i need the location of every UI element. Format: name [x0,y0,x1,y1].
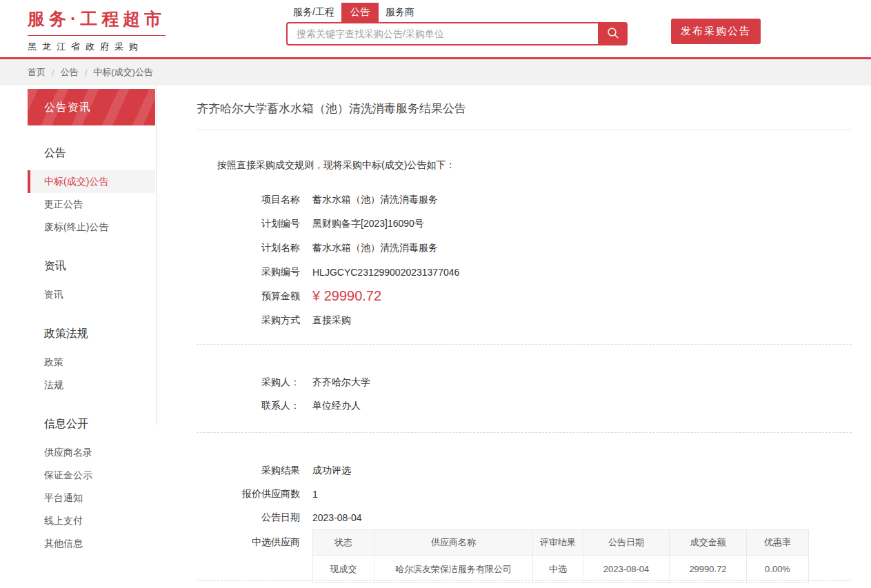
cell-review-result: 中选 [533,556,583,583]
field-row-purchaser: 采购人： 齐齐哈尔大学 [197,371,852,394]
site-header: 服务·工程超市 黑龙江省政府采购 服务/工程 公告 服务商 发布采购公告 [0,0,871,59]
sidebar-item-other-info[interactable]: 其他信息 [28,532,155,555]
field-value: 蓄水水箱（池）清洗消毒服务 [312,242,438,254]
breadcrumb: 首页 / 公告 / 中标(成交)公告 [0,59,871,85]
field-row-plan-name: 计划名称 蓄水水箱（池）清洗消毒服务 [197,236,852,260]
winner-table-row: 现成交 哈尔滨友荣保洁服务有限公司 中选 2023-08-04 29990.72… [313,556,809,583]
result-fields: 采购结果 成功评选 报价供应商数 1 公告日期 2023-08-04 中选供应商 [197,445,852,567]
field-row-announcement-date: 公告日期 2023-08-04 [197,506,852,529]
field-row-quote-supplier-count: 报价供应商数 1 [197,483,852,506]
field-row-budget-amount: 预算金额 ¥ 29990.72 [197,284,852,308]
field-label: 计划名称 [197,242,300,254]
publish-announcement-button[interactable]: 发布采购公告 [671,19,761,44]
tab-service-project[interactable]: 服务/工程 [286,3,341,22]
field-value: 2023-08-04 [312,512,362,523]
field-row-procurement-method: 采购方式 直接采购 [197,308,852,332]
breadcrumb-announcement[interactable]: 公告 [61,66,79,79]
field-row-procurement-result: 采购结果 成功评选 [197,459,852,483]
field-row-contact-person: 联系人： 单位经办人 [197,394,852,418]
site-logo-subtitle: 黑龙江省政府采购 [28,41,166,53]
basic-fields: 项目名称 蓄水水箱（池）清洗消毒服务 计划编号 黑财购备字[2023]16090… [197,187,852,332]
site-logo-title: 服务·工程超市 [28,8,166,36]
field-label: 公告日期 [197,511,300,524]
sidebar-item-policy[interactable]: 政策 [28,351,155,374]
divider-dashed [197,432,852,433]
winner-table-header-row: 状态 供应商名称 评审结果 公告日期 成交金额 优惠率 [313,530,809,556]
cell-supplier-name: 哈尔滨友荣保洁服务有限公司 [374,556,533,583]
sidebar-item-news[interactable]: 资讯 [28,283,155,306]
page-title: 齐齐哈尔大学蓄水水箱（池）清洗消毒服务结果公告 [197,85,852,130]
search-input[interactable] [286,22,598,45]
tab-supplier[interactable]: 服务商 [379,3,421,22]
search-bar [286,22,628,45]
breadcrumb-separator: / [52,68,54,78]
sidebar-group-title: 资讯 [28,255,155,278]
col-review-result: 评审结果 [533,530,583,556]
sidebar-group-info-disclosure: 信息公开 供应商名录 保证金公示 平台通知 线上支付 其他信息 [28,413,155,555]
sidebar-item-deposit-publicity[interactable]: 保证金公示 [28,464,155,487]
main-area: 公告资讯 公告 中标(成交)公告 更正公告 废标(终止)公告 资讯 资讯 政策法… [0,85,871,588]
sidebar-item-regulation[interactable]: 法规 [28,374,155,396]
col-deal-amount: 成交金额 [670,530,747,556]
cell-status: 现成交 [313,556,374,583]
field-label: 计划编号 [197,218,300,230]
cell-deal-amount: 29990.72 [670,556,747,583]
field-label: 采购方式 [197,314,300,327]
breadcrumb-current: 中标(成交)公告 [93,66,153,79]
field-value: 成功评选 [312,465,351,477]
col-discount-rate: 优惠率 [747,530,809,556]
cell-announcement-date: 2023-08-04 [583,556,670,583]
winner-supplier-row: 中选供应商 状态 供应商名称 评审结果 公告日期 成交金额 优惠率 [197,529,852,553]
field-row-plan-number: 计划编号 黑财购备字[2023]16090号 [197,212,852,236]
article-content: 齐齐哈尔大学蓄水水箱（池）清洗消毒服务结果公告 按照直接采购成交规则，现将采购中… [197,85,852,588]
col-supplier-name: 供应商名称 [374,530,533,556]
sidebar-group-news: 资讯 资讯 [28,255,155,306]
field-value: 黑财购备字[2023]16090号 [312,218,424,230]
field-value: HLJGCYC2312990020231377046 [312,267,459,278]
field-value: 蓄水水箱（池）清洗消毒服务 [312,194,438,206]
sidebar-item-online-payment[interactable]: 线上支付 [28,509,155,532]
field-label: 中选供应商 [197,529,300,549]
article-intro: 按照直接采购成交规则，现将采购中标(成交)公告如下： [217,159,852,172]
field-label: 采购人： [197,376,300,389]
tab-announcement[interactable]: 公告 [341,3,379,22]
breadcrumb-home[interactable]: 首页 [28,66,46,79]
sidebar-group-policy: 政策法规 政策 法规 [28,323,155,396]
field-label: 报价供应商数 [197,488,300,500]
sidebar: 公告资讯 公告 中标(成交)公告 更正公告 废标(终止)公告 资讯 资讯 政策法… [28,85,155,588]
field-value: 齐齐哈尔大学 [312,376,370,389]
contact-fields: 采购人： 齐齐哈尔大学 联系人： 单位经办人 [197,356,852,432]
sidebar-item-cancel-announcement[interactable]: 废标(终止)公告 [28,216,155,239]
cell-discount-rate: 0.00% [747,556,809,583]
sidebar-item-platform-notice[interactable]: 平台通知 [28,487,155,509]
sidebar-header: 公告资讯 [28,89,155,125]
sidebar-item-award-announcement[interactable]: 中标(成交)公告 [28,170,155,193]
field-label: 项目名称 [197,194,300,206]
sidebar-group-title: 政策法规 [28,323,155,345]
search-area: 服务/工程 公告 服务商 [286,3,628,45]
sidebar-group-title: 信息公开 [28,413,155,436]
sidebar-item-supplier-directory[interactable]: 供应商名录 [28,441,155,464]
winner-table: 状态 供应商名称 评审结果 公告日期 成交金额 优惠率 现成交 哈尔滨友荣保洁服… [312,529,809,583]
field-value: 直接采购 [312,314,351,327]
field-label: 采购结果 [197,465,300,477]
breadcrumb-separator: / [85,68,88,78]
divider-dashed [197,344,852,345]
magnifier-icon [606,26,620,42]
sidebar-group-title: 公告 [28,142,155,165]
col-announcement-date: 公告日期 [583,530,670,556]
sidebar-item-correction-announcement[interactable]: 更正公告 [28,193,155,216]
field-label: 联系人： [197,400,300,412]
field-label: 采购编号 [197,266,300,278]
field-label: 预算金额 [197,290,300,303]
field-row-project-name: 项目名称 蓄水水箱（池）清洗消毒服务 [197,187,852,212]
site-logo: 服务·工程超市 黑龙江省政府采购 [28,8,166,53]
col-status: 状态 [313,530,374,556]
search-button[interactable] [598,22,628,45]
budget-amount-value: ¥ 29990.72 [312,288,381,304]
field-value: 单位经办人 [312,400,361,412]
search-tabs: 服务/工程 公告 服务商 [286,3,628,22]
field-value: 1 [312,489,318,500]
field-row-procurement-number: 采购编号 HLJGCYC2312990020231377046 [197,260,852,284]
sidebar-group-announcement: 公告 中标(成交)公告 更正公告 废标(终止)公告 [28,142,155,239]
